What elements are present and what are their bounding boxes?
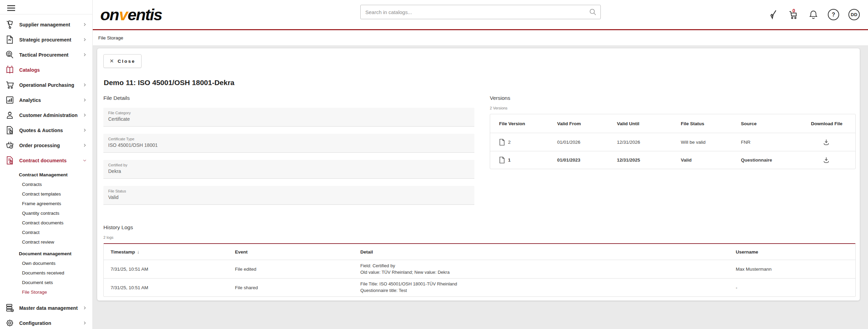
version-number: 1 <box>508 157 511 163</box>
sidebar-item-configuration[interactable]: Configuration <box>0 316 92 329</box>
hand-truck-icon <box>4 20 15 30</box>
version-row[interactable]: 2 01/01/2026 12/31/2026 Will be valid FN… <box>490 133 855 151</box>
sidebar-item-contract-review[interactable]: Contract review <box>0 237 92 247</box>
history-table-header: Timestamp ↓ Event Detail Username <box>104 244 855 260</box>
search-icon[interactable] <box>589 8 597 16</box>
chevron-right-icon <box>82 143 87 148</box>
menu-toggle-icon[interactable] <box>0 0 92 11</box>
sidebar-item-contract-templates[interactable]: Contract templates <box>0 189 92 199</box>
col-username: Username <box>736 249 855 255</box>
topbar: onventis 0 ? DD <box>93 0 868 30</box>
valid-from: 01/01/2023 <box>557 157 617 163</box>
sidebar: Supplier management Strategic procuremen… <box>0 0 93 329</box>
log-username: - <box>736 285 855 290</box>
document-icon <box>499 139 505 146</box>
field-value: ISO 45001/OSH 18001 <box>108 142 470 148</box>
valid-until: 12/31/2025 <box>617 157 681 163</box>
sidebar-item-label: Catalogs <box>19 67 87 73</box>
version-row[interactable]: 1 01/01/2023 12/31/2025 Valid Questionna… <box>490 151 855 169</box>
avatar[interactable]: DD <box>848 9 860 20</box>
sort-descending-icon: ↓ <box>137 249 139 255</box>
sidebar-item-contract-documents[interactable]: Contract documents <box>0 153 92 168</box>
chevron-right-icon <box>82 37 87 42</box>
log-timestamp: 7/31/25, 10:51 AM <box>111 267 235 272</box>
sidebar-item-own-documents[interactable]: Own documents <box>0 259 92 268</box>
download-icon[interactable] <box>823 156 830 164</box>
magnifier-box-icon <box>4 50 15 60</box>
chevron-right-icon <box>82 306 87 310</box>
field-label: Certified by <box>108 163 470 167</box>
bar-chart-icon <box>4 95 15 105</box>
history-row: 7/31/25, 10:51 AM File edited Field: Cer… <box>104 260 855 278</box>
field-label: File Status <box>108 189 470 193</box>
col-valid-from: Valid From <box>557 121 617 126</box>
sidebar-item-label: Customer Administration <box>19 113 82 118</box>
field-label: Certificate Type <box>108 137 470 141</box>
cart-badge: 0 <box>792 8 795 13</box>
sidebar-item-documents-received[interactable]: Documents received <box>0 268 92 278</box>
sidebar-item-operational-purchasing[interactable]: Operational Purchasing <box>0 78 92 93</box>
sidebar-item-supplier-management[interactable]: Supplier management <box>0 17 92 32</box>
sidebar-item-label: Master data management <box>19 305 82 311</box>
document-coin-icon <box>4 155 15 166</box>
file-status: Will be valid <box>681 140 741 145</box>
shopping-cart-icon <box>4 80 15 90</box>
field-certificate-type: Certificate Type ISO 45001/OSH 18001 <box>103 134 474 153</box>
document-handshake-icon <box>4 35 15 45</box>
col-file-version: File Version <box>499 121 557 126</box>
col-timestamp[interactable]: Timestamp ↓ <box>111 249 235 255</box>
sidebar-item-label: Order processing <box>19 143 82 148</box>
breadcrumb[interactable]: File Storage <box>98 35 123 40</box>
gear-icon <box>4 318 15 328</box>
col-valid-until: Valid Until <box>617 121 681 126</box>
logo-v-check: v <box>119 5 127 24</box>
log-detail: File Title: ISO 45001/OSH 18001-TÜV Rhei… <box>360 281 736 294</box>
sidebar-item-catalogs[interactable]: Catalogs <box>0 62 92 78</box>
sidebar-item-contract-documents-sub[interactable]: Contract documents <box>0 218 92 228</box>
sidebar-item-document-sets[interactable]: Document sets <box>0 278 92 287</box>
sidebar-item-strategic-procurement[interactable]: Strategic procurement <box>0 32 92 47</box>
sidebar-item-tactical-procurement[interactable]: Tactical Procurement <box>0 47 92 62</box>
field-label: File Category <box>108 111 470 115</box>
sidebar-item-quotes-auctions[interactable]: Quotes & Auctions <box>0 123 92 138</box>
sidebar-item-label: Tactical Procurement <box>19 52 82 58</box>
version-number: 2 <box>508 140 511 145</box>
field-certified-by: Certified by Dekra <box>103 160 474 179</box>
details-columns: File Details File Category Certificate C… <box>103 95 856 205</box>
versions-table-header: File Version Valid From Valid Until File… <box>490 114 855 133</box>
sidebar-item-analytics[interactable]: Analytics <box>0 93 92 108</box>
field-file-category: File Category Certificate <box>103 108 474 127</box>
log-detail: Field: Certified by Old value: TÜV Rhein… <box>360 263 736 276</box>
cart-icon[interactable]: 0 <box>788 9 799 20</box>
search-input[interactable] <box>360 5 601 19</box>
chevron-right-icon <box>82 98 87 102</box>
sidebar-item-quantity-contracts[interactable]: Quantity contracts <box>0 209 92 218</box>
main-area: onventis 0 ? DD <box>93 0 868 329</box>
sidebar-item-order-processing[interactable]: Order processing <box>0 138 92 153</box>
log-event: File edited <box>235 267 360 272</box>
onventis-check-icon[interactable] <box>768 10 779 20</box>
sidebar-item-frame-agreements[interactable]: Frame agreements <box>0 199 92 209</box>
sidebar-item-file-storage[interactable]: File Storage <box>0 287 92 297</box>
notifications-bell-icon[interactable] <box>808 10 819 20</box>
field-value: Certificate <box>108 116 470 122</box>
breadcrumb-bar: File Storage <box>93 30 868 45</box>
sidebar-item-contract[interactable]: Contract <box>0 228 92 237</box>
sidebar-item-master-data-management[interactable]: Master data management <box>0 301 92 316</box>
sidebar-item-contracts[interactable]: Contracts <box>0 180 92 189</box>
sidebar-item-customer-administration[interactable]: Customer Administration <box>0 108 92 123</box>
download-icon[interactable] <box>823 139 830 146</box>
file-status: Valid <box>681 157 741 163</box>
sidebar-item-label: Contract documents <box>19 158 82 163</box>
versions-table: File Version Valid From Valid Until File… <box>490 114 856 169</box>
field-value: Dekra <box>108 168 470 174</box>
chevron-down-icon <box>82 158 87 163</box>
sidebar-item-label: Analytics <box>19 97 82 103</box>
col-file-status: File Status <box>681 121 741 126</box>
close-button[interactable]: ✕ Close <box>103 54 142 68</box>
col-download-file: Download File <box>811 121 855 126</box>
help-icon[interactable]: ? <box>828 9 839 20</box>
app-root: Supplier management Strategic procuremen… <box>0 0 868 329</box>
sidebar-item-label: Quotes & Auctions <box>19 128 82 133</box>
field-value: Valid <box>108 195 470 200</box>
